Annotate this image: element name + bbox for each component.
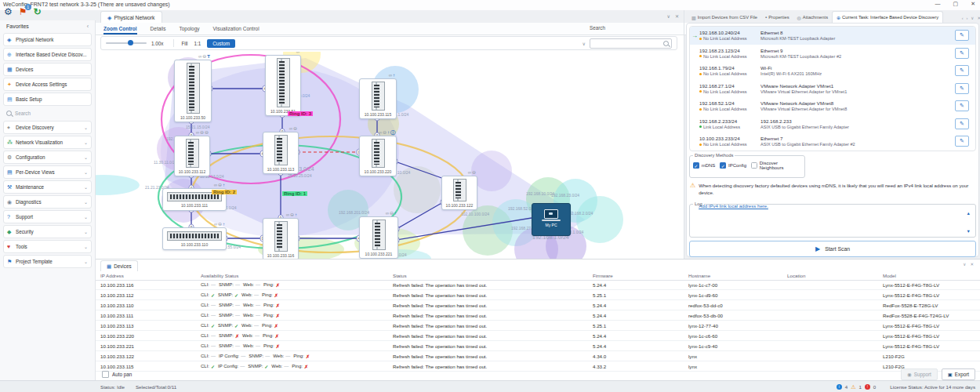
adapter-row[interactable]: 192.168.52.1/24No Link Local AddressVMwa… [690,97,975,115]
my-pc-node[interactable]: My PC [532,203,571,236]
edit-adapter-button[interactable]: ✎ [955,100,969,111]
export-button[interactable]: ▣ Export [942,368,975,380]
table-row[interactable]: 10.100.233.111CLI:—SNMP:—Web:—Ping:✗Refr… [96,310,980,321]
tab-control-icon[interactable]: ∨ [971,16,974,20]
sidebar-section-security[interactable]: ◆Security⌄ [3,225,92,238]
adapter-row[interactable]: 192.168.2.233/24Link Local Address192.16… [690,115,975,133]
start-scan-button[interactable]: ▶ Start Scan [689,241,976,257]
topology-canvas[interactable]: 041000044000800000046040500 192.168.222.… [96,52,681,259]
sidebar-section-network-visualization[interactable]: ⁂Network Visualization⌄ [3,136,92,149]
checkbox-mdns[interactable]: ✓ [693,162,699,169]
zoom-slider-handle[interactable] [128,40,133,45]
sidebar-section-configuration[interactable]: ⚙Configuration⌄ [3,151,92,164]
tab-control-icon[interactable]: ‹ [962,16,964,20]
device-node[interactable]: ∞⊖↑10.100.233.221 [359,216,398,259]
devices-panel-menu-icon[interactable]: ∨ [963,262,966,267]
table-row[interactable]: 10.100.233.220CLI:—SNMP:✗Web:—Ping:✗Refr… [96,331,980,341]
zoom-slider[interactable] [106,42,147,44]
right-tab-2[interactable]: ◎Attachments [793,12,832,23]
one-to-one-button[interactable]: 1:1 [194,41,201,46]
edit-adapter-button[interactable]: ✎ [955,65,969,76]
edit-adapter-button[interactable]: ✎ [955,136,969,147]
close-button[interactable]: ✕ [971,1,975,7]
adapter-row[interactable]: 192.168.23.123/24No Link Local AddressEt… [690,45,975,63]
device-node[interactable]: ∞⊖↑10.100.233.116 [263,218,299,259]
sidebar-collapse-icon[interactable]: ‹ [87,24,89,29]
tab-physical-network[interactable]: ◈ Physical Network [100,11,162,24]
column-header[interactable]: Availability Status [196,273,388,278]
canvas-search-input[interactable] [590,38,672,49]
sidebar-item-device-access-settings[interactable]: ✦Device Access Settings [3,78,92,91]
toolbar-collapse-icon[interactable]: ∨ [583,41,586,46]
subtab-visualization-control[interactable]: Visualization Control [213,23,260,34]
table-row[interactable]: 10.100.233.116CLI:—SNMP:—Web:—Ping:✗Refr… [96,280,980,290]
device-node[interactable]: ∞⊖10.100.233.113 [263,132,299,174]
column-header[interactable]: Status [388,273,588,278]
column-header[interactable]: Model [878,273,980,278]
sidebar-section-maintenance[interactable]: ⚒Maintenance⌄ [3,180,92,194]
column-header[interactable]: Firmware [588,273,684,278]
right-tab-0[interactable]: ▥Import Devices from CSV File [688,12,761,23]
column-header[interactable]: Location [782,273,878,278]
sidebar-section-per-device-views[interactable]: ▤Per-Device Views⌄ [3,165,92,179]
subtab-details[interactable]: Details [151,23,166,34]
warning-count-icon[interactable]: ⚠ [851,384,855,390]
checkbox-discover-neighbours[interactable] [751,162,757,169]
table-row[interactable]: 10.100.233.110CLI:—SNMP:—Web:—Ping:✗Refr… [96,300,980,310]
auto-pan-checkbox[interactable]: Auto pan [102,371,132,378]
table-row[interactable]: 10.100.233.221CLI:—SNMP:—Web:—Ping:✗Refr… [96,341,980,351]
column-header[interactable]: Hostname [684,273,782,278]
tabstrip-close-icon[interactable]: ✕ [675,13,679,19]
custom-zoom-button[interactable]: Custom [207,39,235,48]
table-row[interactable]: 10.100.233.112CLI:✓SNMP:✓Web:—Ping:✗Refr… [96,290,980,300]
tab-control-icon[interactable]: ✕ [977,16,980,20]
log-scroll-up-icon[interactable]: ▲ [967,211,971,216]
adapter-row[interactable]: →192.168.10.240/24No Link Local AddressE… [690,27,975,45]
sidebar-search[interactable]: Search [3,108,92,118]
adapter-row[interactable]: 192.168.1.79/24No Link Local AddressWi-F… [690,62,975,80]
table-row[interactable]: 10.100.233.113CLI:✓SNMP:✓Web:—Ping:✗Refr… [96,321,980,331]
checkbox-ipconfig[interactable]: ✓ [720,162,726,169]
device-node[interactable]: ∞↑10.100.233.115 [359,78,397,119]
tab-control-icon[interactable]: › [967,16,968,20]
table-row[interactable]: 10.100.233.122CLI:—IP Config:—SNMP:—Web:… [96,351,980,361]
tabstrip-menu-icon[interactable]: ∨ [667,13,670,19]
tab-devices[interactable]: ▦ Devices [100,260,138,271]
error-count-icon[interactable]: ! [865,384,870,390]
sidebar-section-support[interactable]: ?Support⌄ [3,210,92,223]
edit-adapter-button[interactable]: ✎ [955,83,969,94]
sidebar-section-device-discovery[interactable]: ⌖Device Discovery⌄ [3,121,92,134]
minimize-button[interactable]: — [935,1,941,7]
adapter-row[interactable]: 192.168.27.1/24No Link Local AddressVMwa… [690,80,975,98]
sidebar-item-devices[interactable]: ▦Devices [3,63,92,76]
column-header[interactable]: IP Address [96,273,196,278]
sidebar-item-basic-setup[interactable]: ▤Basic Setup [3,93,92,106]
refresh-icon[interactable]: ↻ [34,7,42,16]
sidebar-item-physical-network[interactable]: ◈Physical Network [3,33,92,46]
device-node[interactable]: ∞10.100.233.51 [265,55,301,116]
device-node[interactable]: ∞⊖T10.100.233.50 [174,60,212,122]
edit-adapter-button[interactable]: ✎ [955,30,969,41]
device-node[interactable]: ∞⊖10.100.233.122 [441,176,477,210]
right-tab-3[interactable]: ⊕Current Task: Interface Based Device Di… [832,11,943,23]
sidebar-section-project-template[interactable]: ⚑Project Template⌄ [3,255,92,268]
subtab-topology[interactable]: Topology [179,23,199,34]
edit-adapter-button[interactable]: ✎ [955,118,969,129]
sidebar-item-interface-based-device-discov-[interactable]: ⊕Interface Based Device Discov... [3,48,92,61]
devices-panel-close-icon[interactable]: ✕ [970,262,974,267]
flag-icon[interactable]: ⚑1 [19,7,27,16]
maximize-button[interactable]: ▢ [953,1,959,7]
device-node[interactable]: ∞⊖↑ⓘ10.100.233.220 [359,136,397,176]
sidebar-section-tools[interactable]: ♥Tools⌄ [3,240,92,253]
log-scroll-down-icon[interactable]: ▼ [967,229,971,234]
fill-button[interactable]: Fill [181,41,187,46]
info-count-icon[interactable]: i [837,384,842,390]
support-button[interactable]: ◉ Support [901,368,938,380]
sidebar-section-diagnostics[interactable]: ◉Diagnostics⌄ [3,195,92,209]
settings-gear-icon[interactable]: ⚙ [4,7,13,16]
edit-adapter-button[interactable]: ✎ [955,48,969,59]
subtab-zoom-control[interactable]: Zoom Control [103,23,137,34]
device-node[interactable]: ∞⊖⊖10.100.233.112 [174,136,210,176]
adapter-row[interactable]: 10.100.233.233/24No Link Local AddressEt… [690,132,975,151]
right-tab-1[interactable]: ▪Properties [761,12,793,23]
